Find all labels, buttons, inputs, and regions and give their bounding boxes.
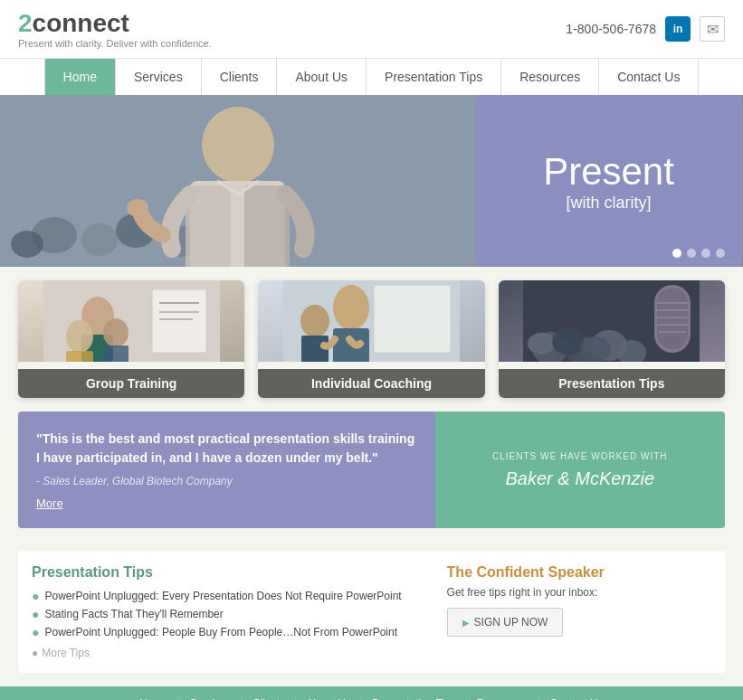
speaker-title: The Confident Speaker xyxy=(447,564,711,581)
tip-text-1: PowerPoint Unplugged: Every Presentation… xyxy=(44,590,401,602)
card-coaching-img xyxy=(258,280,484,362)
hero-dots xyxy=(672,249,725,258)
footer: Home | Services | Clients | About Us | P… xyxy=(0,686,743,700)
tip-bullet-1: ● xyxy=(32,589,39,603)
nav-presentation-tips[interactable]: Presentation Tips xyxy=(367,59,501,95)
testimonial-section: "This is the best and most practical pre… xyxy=(18,411,725,528)
main-nav: Home Services Clients About Us Presentat… xyxy=(0,58,743,95)
email-icon[interactable]: ✉ xyxy=(700,16,725,42)
dot-3[interactable] xyxy=(701,249,710,258)
svg-point-10 xyxy=(127,199,148,217)
linkedin-icon[interactable]: in xyxy=(665,16,691,42)
spacer xyxy=(18,542,725,551)
svg-point-20 xyxy=(103,318,129,347)
card-tips-img xyxy=(499,280,725,362)
svg-point-24 xyxy=(333,285,369,330)
signup-label: SIGN UP NOW xyxy=(474,616,548,629)
tip-bullet-3: ● xyxy=(32,625,39,639)
card-presentation-tips[interactable]: Presentation Tips xyxy=(499,280,725,398)
card-tips-label: Presentation Tips xyxy=(499,369,725,398)
hero-text-panel: Present [with clarity] xyxy=(475,95,742,267)
card-group-training[interactable]: Group Training xyxy=(18,280,244,398)
tip-item-1: ● PowerPoint Unplugged: Every Presentati… xyxy=(32,590,429,603)
card-group-img xyxy=(18,280,244,362)
testimonial-more-link[interactable]: More xyxy=(36,497,417,510)
nav-clients[interactable]: Clients xyxy=(202,59,278,95)
dot-4[interactable] xyxy=(716,249,725,258)
hero-image xyxy=(0,95,475,267)
nav-contact[interactable]: Contact Us xyxy=(599,59,699,95)
tip-text-2: Stating Facts That They'll Remember xyxy=(44,608,223,620)
logo: 2connect Present with clarity. Deliver w… xyxy=(18,9,212,49)
svg-rect-21 xyxy=(103,345,129,362)
card-group-label: Group Training xyxy=(18,369,244,398)
dot-2[interactable] xyxy=(687,249,696,258)
phone-number: 1-800-506-7678 xyxy=(566,22,656,36)
nav-resources[interactable]: Resources xyxy=(501,59,599,95)
pres-tips-title: Presentation Tips xyxy=(32,564,429,581)
svg-rect-23 xyxy=(374,285,451,353)
clients-title: CLIENTS WE HAVE WORKED WITH xyxy=(492,451,668,461)
svg-rect-37 xyxy=(657,288,688,349)
header: 2connect Present with clarity. Deliver w… xyxy=(0,0,743,58)
more-tips-arrow-icon: ● xyxy=(32,647,38,659)
testimonial-quote: "This is the best and most practical pre… xyxy=(36,430,417,468)
pres-tips-list: Presentation Tips ● PowerPoint Unplugged… xyxy=(32,564,429,659)
tip-item-3: ● PowerPoint Unplugged: People Buy From … xyxy=(32,626,429,639)
signup-button[interactable]: ▶ SIGN UP NOW xyxy=(447,608,564,637)
svg-rect-19 xyxy=(66,351,93,362)
nav-home[interactable]: Home xyxy=(44,59,116,95)
card-coaching-label: Individual Coaching xyxy=(258,369,484,398)
logo-tagline: Present with clarity. Deliver with confi… xyxy=(18,38,212,49)
logo-2: 2 xyxy=(18,9,33,37)
speaker-subtitle: Get free tips right in your inbox: xyxy=(447,586,711,599)
more-tips-label: More Tips xyxy=(42,647,90,659)
hero-subtitle: [with clarity] xyxy=(566,194,651,213)
bottom-sections: Presentation Tips ● PowerPoint Unplugged… xyxy=(18,551,725,673)
svg-point-34 xyxy=(552,328,585,355)
testimonial-panel: "This is the best and most practical pre… xyxy=(18,411,435,528)
svg-point-6 xyxy=(202,107,274,183)
svg-point-4 xyxy=(11,231,43,258)
testimonial-author: - Sales Leader, Global Biotech Company xyxy=(36,475,417,487)
clients-panel: CLIENTS WE HAVE WORKED WITH Baker & McKe… xyxy=(435,411,725,528)
svg-point-2 xyxy=(81,223,118,256)
svg-point-33 xyxy=(528,333,555,355)
speaker-section: The Confident Speaker Get free tips righ… xyxy=(447,564,711,659)
cards-section: Group Training Individual xyxy=(18,280,725,398)
tip-text-3: PowerPoint Unplugged: People Buy From Pe… xyxy=(44,626,397,639)
hero-banner: Present [with clarity] xyxy=(0,95,743,267)
header-right: 1-800-506-7678 in ✉ xyxy=(566,16,725,42)
more-tips-link[interactable]: ● More Tips xyxy=(32,647,429,659)
card-individual-coaching[interactable]: Individual Coaching xyxy=(258,280,484,398)
nav-about[interactable]: About Us xyxy=(277,59,367,95)
dot-1[interactable] xyxy=(672,249,681,258)
main-content: Group Training Individual xyxy=(0,267,743,686)
logo-text: 2connect xyxy=(18,9,212,38)
svg-rect-12 xyxy=(152,289,206,353)
logo-connect: connect xyxy=(33,9,129,37)
hero-section: Present [with clarity] xyxy=(0,95,743,267)
svg-point-35 xyxy=(580,336,611,362)
clients-name: Baker & McKenzie xyxy=(506,468,655,489)
hero-title: Present xyxy=(543,150,674,194)
svg-point-18 xyxy=(66,320,93,353)
svg-point-26 xyxy=(300,305,329,337)
nav-services[interactable]: Services xyxy=(116,59,202,95)
signup-arrow-icon: ▶ xyxy=(462,618,470,628)
tip-item-2: ● Stating Facts That They'll Remember xyxy=(32,608,429,621)
tip-bullet-2: ● xyxy=(32,607,39,621)
